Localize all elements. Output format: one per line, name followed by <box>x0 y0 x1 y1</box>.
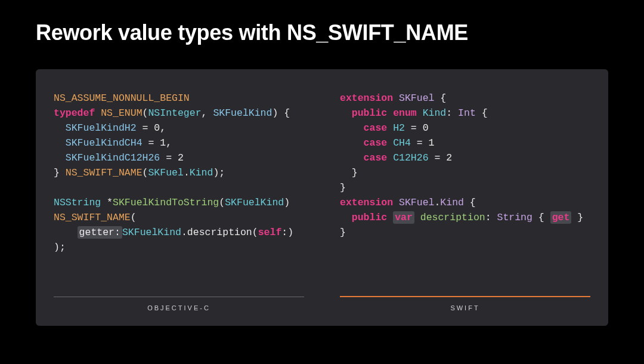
divider-left <box>54 297 304 297</box>
left-label: OBJECTIVE-C <box>54 304 304 311</box>
objective-c-code: NS_ASSUME_NONNULL_BEGIN typedef NS_ENUM(… <box>54 91 304 288</box>
swift-code: extension SKFuel { public enum Kind: Int… <box>340 91 590 288</box>
slide-title: Rework value types with NS_SWIFT_NAME <box>36 20 608 45</box>
left-column: NS_ASSUME_NONNULL_BEGIN typedef NS_ENUM(… <box>36 91 322 311</box>
code-panel: NS_ASSUME_NONNULL_BEGIN typedef NS_ENUM(… <box>36 69 608 326</box>
right-label: SWIFT <box>340 304 590 311</box>
right-column: extension SKFuel { public enum Kind: Int… <box>322 91 608 311</box>
divider-right <box>340 296 590 297</box>
slide: Rework value types with NS_SWIFT_NAME NS… <box>0 0 644 364</box>
